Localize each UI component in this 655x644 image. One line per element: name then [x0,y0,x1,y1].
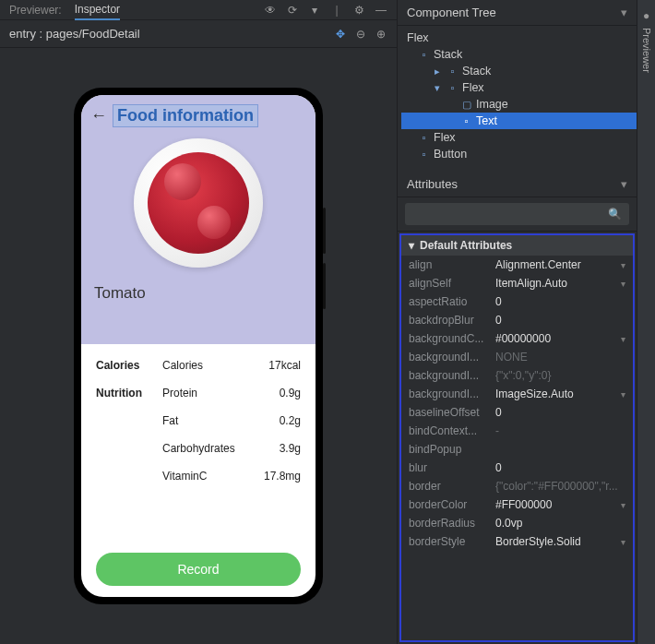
search-icon: 🔍 [608,208,622,221]
previewer-vtab[interactable]: Previewer [641,28,652,73]
entry-bar: entry : pages/FoodDetail ✥ ⊖ ⊕ [0,20,397,48]
calories-label: Calories [96,359,162,372]
caret-down-icon[interactable]: ▾ [431,82,443,94]
vitc-label: VitaminC [162,470,251,483]
carbs-value: 3.9g [251,442,301,455]
attributes-panel: ▾ Default Attributes alignAlignment.Cent… [399,233,635,642]
attr-row[interactable]: backgroundI...ImageSize.Auto▾ [401,385,633,403]
attr-row[interactable]: backgroundC...#00000000▾ [401,329,633,348]
attr-value: {"x":0,"y":0} [495,369,625,382]
food-name: Tomato [94,284,306,303]
attr-row[interactable]: backdropBlur0 [401,311,633,329]
search-input[interactable]: 🔍 [405,203,629,225]
tree-node-flex3[interactable]: ▫Flex [401,129,637,146]
right-panel: Component Tree ▾ Flex ▫Stack ▸▫Stack ▾▫F… [397,0,637,644]
component-tree-title[interactable]: Component Tree ▾ [398,0,637,26]
attr-key: blur [409,461,495,474]
attr-value: ItemAlign.Auto [495,277,617,290]
tree-node-stack[interactable]: ▫Stack [401,46,637,63]
attr-row[interactable]: borderColor#FF000000▾ [401,495,633,514]
attr-key: baselineOffset [409,406,495,419]
component-tree: Flex ▫Stack ▸▫Stack ▾▫Flex ▢Image ▫Text … [398,26,637,172]
attr-row[interactable]: backgroundI...NONE [401,348,633,366]
protein-value: 0.9g [251,387,301,400]
tab-inspector[interactable]: Inspector [75,0,120,20]
chevron-down-icon[interactable]: ▾ [621,500,625,510]
attr-value: ImageSize.Auto [495,388,617,400]
entry-path: entry : pages/FoodDetail [9,27,140,41]
attr-key: backdropBlur [409,314,495,327]
tree-node-flex[interactable]: Flex [401,30,637,46]
tree-node-button[interactable]: ▫Button [401,146,637,162]
component-icon: ▫ [447,66,458,78]
attr-row[interactable]: borderRadius0.0vp [401,514,633,532]
filter-icon[interactable]: ▾ [308,4,321,17]
attr-value: NONE [495,351,625,364]
zoom-out-icon[interactable]: ⊖ [354,28,367,41]
main-area: Previewer: Inspector 👁 ⟳ ▾ | ⚙ — entry :… [0,0,397,644]
move-icon[interactable]: ✥ [334,28,347,41]
attr-key: backgroundI... [409,369,495,382]
attr-row[interactable]: bindPopup [401,440,633,459]
attributes-title[interactable]: Attributes ▾ [398,172,637,197]
attr-key: aspectRatio [409,295,495,308]
attr-value: #00000000 [495,332,617,345]
attr-key: bindPopup [409,443,495,456]
attr-key: borderRadius [409,517,495,530]
chevron-down-icon[interactable]: ▾ [621,6,627,19]
phone-header: ← Food information Tomato [81,95,316,344]
chevron-down-icon[interactable]: ▾ [621,279,625,289]
component-tree-label: Component Tree [407,6,496,19]
attr-value: 0.0vp [495,517,625,530]
attr-value: 0 [495,295,625,308]
chevron-down-icon[interactable]: ▾ [621,537,625,547]
attr-row[interactable]: bindContext...- [401,422,633,440]
attributes-label: Attributes [407,177,458,191]
attr-value: - [495,424,625,437]
attr-key: bindContext... [409,424,495,437]
minimize-icon[interactable]: — [375,4,387,17]
preview-canvas[interactable]: ← Food information Tomato Calories Calor… [0,48,397,644]
attr-key: borderColor [409,498,495,511]
attr-key: align [409,258,495,271]
food-image [134,138,263,268]
tree-node-stack2[interactable]: ▸▫Stack [401,63,637,79]
zoom-in-icon[interactable]: ⊕ [375,28,387,41]
vitc-value: 17.8mg [251,470,301,483]
tab-previewer[interactable]: Previewer: [9,1,62,19]
tree-node-flex2[interactable]: ▾▫Flex [401,79,637,96]
phone-screen: ← Food information Tomato Calories Calor… [81,95,316,597]
record-button[interactable]: Record [96,553,301,586]
attr-key: border [409,480,495,493]
default-attributes-header[interactable]: ▾ Default Attributes [401,235,633,256]
attr-row[interactable]: aspectRatio0 [401,292,633,311]
calories-label2: Calories [162,359,251,372]
attr-row[interactable]: border{"color":"#FF000000","r... [401,477,633,495]
caret-down-icon[interactable]: ▾ [409,239,414,252]
attr-value: 0 [495,314,625,327]
tree-node-text[interactable]: ▫Text [401,113,637,129]
gear-icon[interactable]: ⚙ [352,4,365,17]
refresh-icon[interactable]: ⟳ [286,4,299,17]
eye-icon[interactable]: 👁 [264,4,277,17]
attr-row[interactable]: alignAlignment.Center▾ [401,256,633,274]
chevron-down-icon[interactable]: ▾ [621,177,627,191]
page-title[interactable]: Food information [113,104,258,127]
back-icon[interactable]: ← [90,106,107,125]
chevron-down-icon[interactable]: ▾ [621,260,625,270]
chevron-down-icon[interactable]: ▾ [621,334,625,344]
attr-row[interactable]: borderStyleBorderStyle.Solid▾ [401,532,633,551]
caret-right-icon[interactable]: ▸ [431,66,443,78]
attr-row[interactable]: blur0 [401,459,633,477]
component-icon: ▫ [418,132,430,144]
attr-value: BorderStyle.Solid [495,535,617,548]
attr-row[interactable]: baselineOffset0 [401,403,633,422]
phone-body: Calories Calories 17kcal Nutrition Prote… [81,344,316,549]
attr-row[interactable]: alignSelfItemAlign.Auto▾ [401,274,633,292]
attr-row[interactable]: backgroundI...{"x":0,"y":0} [401,366,633,385]
tree-node-image[interactable]: ▢Image [401,96,637,113]
chevron-down-icon[interactable]: ▾ [621,389,625,400]
dot-icon[interactable]: ● [640,9,653,22]
attr-key: backgroundI... [409,351,495,364]
right-gutter: ● Previewer [637,0,655,644]
